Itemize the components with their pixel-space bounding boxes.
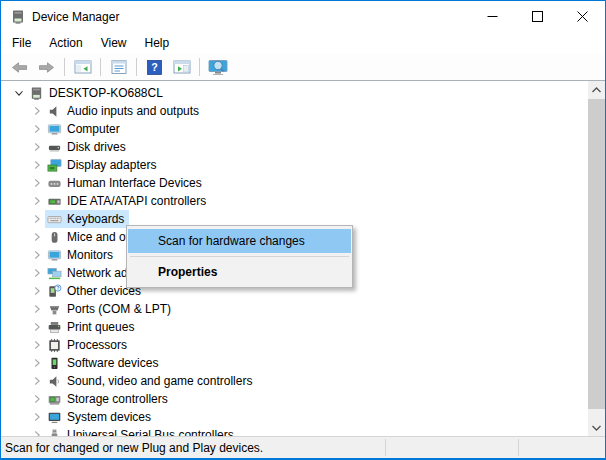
tree-item-ports-com-lpt[interactable]: Ports (COM & LPT): [1, 300, 588, 318]
tree-item-display-adapters[interactable]: Display adapters: [1, 156, 588, 174]
menu-view[interactable]: View: [92, 32, 136, 54]
back-icon: [10, 60, 29, 75]
tree-item-label[interactable]: Universal Serial Bus controllers: [67, 428, 236, 436]
chevron-right-icon[interactable]: [29, 103, 45, 119]
tree-item-universal-serial-bus-controllers[interactable]: Universal Serial Bus controllers: [1, 426, 588, 436]
chevron-right-icon[interactable]: [29, 265, 45, 281]
forward-icon: [37, 60, 56, 75]
chevron-right-icon[interactable]: [29, 319, 45, 335]
tree-item-label[interactable]: Ports (COM & LPT): [67, 302, 173, 316]
tree-item-print-queues[interactable]: Print queues: [1, 318, 588, 336]
computer-root-icon: [28, 85, 44, 101]
scan-for-hardware-changes-button[interactable]: [205, 56, 230, 79]
tree-item-disk-drives[interactable]: Disk drives: [1, 138, 588, 156]
tree-item-label[interactable]: Software devices: [67, 356, 160, 370]
processor-icon: [46, 337, 62, 353]
tree-item-system-devices[interactable]: System devices: [1, 408, 588, 426]
chevron-right-icon[interactable]: [29, 355, 45, 371]
chevron-right-icon[interactable]: [29, 193, 45, 209]
chevron-right-icon[interactable]: [29, 211, 45, 227]
tree-item-desktop-ko688cl[interactable]: DESKTOP-KO688CL: [1, 84, 588, 102]
tree-item-label[interactable]: IDE ATA/ATAPI controllers: [67, 194, 208, 208]
tree-item-sound-video-and-game-controllers[interactable]: Sound, video and game controllers: [1, 372, 588, 390]
help-button[interactable]: ?: [142, 56, 167, 79]
chevron-right-icon[interactable]: [29, 391, 45, 407]
tree-item-human-interface-devices[interactable]: Human Interface Devices: [1, 174, 588, 192]
tree-item-ide-ata-atapi-controllers[interactable]: IDE ATA/ATAPI controllers: [1, 192, 588, 210]
chevron-right-icon[interactable]: [29, 175, 45, 191]
scrollbar-down-button[interactable]: [588, 419, 605, 436]
sound-controller-icon: [46, 373, 62, 389]
chevron-down-icon[interactable]: [11, 85, 27, 101]
menu-help[interactable]: Help: [136, 32, 179, 54]
storage-controller-icon: [46, 391, 62, 407]
tree-item-label[interactable]: Keyboards: [67, 212, 126, 226]
chevron-right-icon[interactable]: [29, 337, 45, 353]
software-device-icon: [46, 355, 62, 371]
tree-item-label[interactable]: Display adapters: [67, 158, 158, 172]
context-menu-separator: [130, 256, 349, 257]
tree-item-label[interactable]: DESKTOP-KO688CL: [49, 86, 165, 100]
minimize-button[interactable]: [470, 1, 515, 32]
show-hide-console-tree-icon: [74, 59, 92, 75]
properties-button[interactable]: [106, 56, 131, 79]
menu-action[interactable]: Action: [40, 32, 91, 54]
tree-item-label[interactable]: Human Interface Devices: [67, 176, 204, 190]
chevron-right-icon[interactable]: [29, 427, 45, 436]
scrollbar-thumb[interactable]: [588, 99, 605, 409]
menu-bar: FileActionViewHelp: [1, 32, 605, 54]
chevron-right-icon[interactable]: [29, 121, 45, 137]
forward-button[interactable]: [34, 56, 59, 79]
tree-item-label[interactable]: Sound, video and game controllers: [67, 374, 254, 388]
tree-item-computer[interactable]: Computer: [1, 120, 588, 138]
window-title: Device Manager: [32, 10, 119, 24]
monitor-icon: [46, 247, 62, 263]
chevron-right-icon[interactable]: [29, 229, 45, 245]
tree-item-label[interactable]: Monitors: [67, 248, 115, 262]
context-menu-item-scan-for-hardware-changes[interactable]: Scan for hardware changes: [128, 229, 351, 253]
show-hide-action-pane-button[interactable]: [169, 56, 194, 79]
usb-controller-icon: [46, 427, 62, 436]
chevron-right-icon[interactable]: [29, 247, 45, 263]
context-menu: Scan for hardware changesProperties: [126, 225, 353, 288]
tree-item-label[interactable]: Disk drives: [67, 140, 128, 154]
chevron-right-icon[interactable]: [29, 283, 45, 299]
maximize-button[interactable]: [515, 1, 560, 32]
context-menu-item-properties[interactable]: Properties: [128, 260, 351, 284]
tree-item-processors[interactable]: Processors: [1, 336, 588, 354]
tree-item-label[interactable]: Processors: [67, 338, 129, 352]
toolbar-separator: [136, 58, 137, 76]
chevron-down-icon: [592, 425, 601, 431]
tree-item-label[interactable]: System devices: [67, 410, 153, 424]
serial-port-icon: [46, 301, 62, 317]
tree-item-audio-inputs-and-outputs[interactable]: Audio inputs and outputs: [1, 102, 588, 120]
chevron-right-icon[interactable]: [29, 409, 45, 425]
tree-item-label[interactable]: Audio inputs and outputs: [67, 104, 201, 118]
tree-item-label[interactable]: Print queues: [67, 320, 136, 334]
tree-item-label[interactable]: Computer: [67, 122, 122, 136]
tree-item-software-devices[interactable]: Software devices: [1, 354, 588, 372]
network-adapter-icon: [46, 265, 62, 281]
close-button[interactable]: [560, 1, 605, 32]
properties-icon: [110, 59, 128, 75]
ide-controller-icon: [46, 193, 62, 209]
system-device-icon: [46, 409, 62, 425]
keyboard-icon: [46, 211, 62, 227]
caption-buttons: [470, 1, 605, 32]
tree-item-storage-controllers[interactable]: Storage controllers: [1, 390, 588, 408]
back-button[interactable]: [7, 56, 32, 79]
chevron-right-icon[interactable]: [29, 139, 45, 155]
mouse-icon: [46, 229, 62, 245]
toolbar-separator: [199, 58, 200, 76]
tree-item-label[interactable]: Storage controllers: [67, 392, 170, 406]
chevron-right-icon[interactable]: [29, 157, 45, 173]
statusbar-separator: [385, 439, 386, 456]
chevron-right-icon[interactable]: [29, 373, 45, 389]
menu-file[interactable]: File: [3, 32, 40, 54]
unknown-device-icon: ?: [46, 283, 62, 299]
vertical-scrollbar[interactable]: [588, 81, 605, 436]
chevron-right-icon[interactable]: [29, 301, 45, 317]
show-hide-console-tree-button[interactable]: [70, 56, 95, 79]
scrollbar-up-button[interactable]: [588, 81, 605, 98]
chevron-up-icon: [592, 87, 601, 93]
